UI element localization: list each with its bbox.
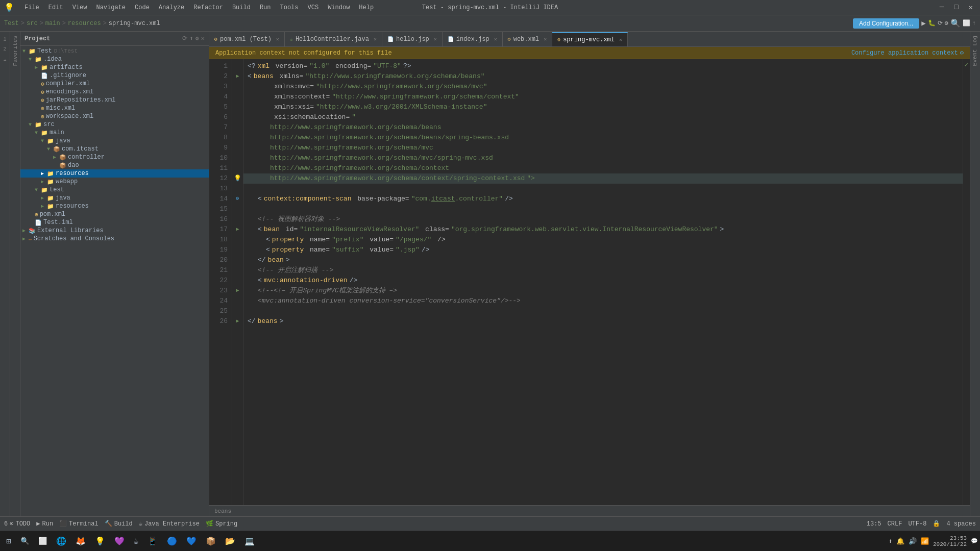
tree-arrow[interactable]: ▶ — [35, 64, 41, 70]
tree-item-webapp[interactable]: ▶ 📁 webapp — [20, 178, 209, 186]
close-button[interactable]: ✕ — [966, 2, 976, 13]
panel-hide-icon[interactable]: ✕ — [201, 35, 205, 42]
intellij-button[interactable]: 💡 — [91, 534, 109, 548]
search-button[interactable]: 🔍 — [16, 535, 33, 547]
debug-button[interactable]: 🐛 — [928, 19, 936, 27]
breadcrumb-main[interactable]: main — [45, 20, 60, 27]
tab-spring-close[interactable]: ✕ — [619, 37, 622, 43]
configure-context-button[interactable]: Configure application context ⚙ — [851, 49, 964, 57]
tab-web[interactable]: ⚙ web.xml ✕ — [503, 32, 552, 46]
tree-arrow[interactable]: ▶ — [53, 154, 59, 160]
tree-item-test-java[interactable]: ▶ 📁 java — [20, 194, 209, 202]
tree-item-src[interactable]: ▼ 📁 src — [20, 120, 209, 129]
spring-button[interactable]: 🌿 Spring — [206, 520, 237, 528]
tab-hello[interactable]: 📄 hello.jsp ✕ — [382, 32, 443, 46]
menu-tools[interactable]: Tools — [276, 3, 303, 12]
tree-item-test-resources[interactable]: ▶ 📁 resources — [20, 202, 209, 210]
tree-item-main[interactable]: ▼ 📁 main — [20, 129, 209, 137]
tree-item-jarrepos[interactable]: ⚙ jarRepositories.xml — [20, 96, 209, 104]
explorer-button[interactable]: 📂 — [221, 534, 239, 548]
menu-window[interactable]: Window — [324, 3, 354, 12]
tree-arrow[interactable]: ▼ — [29, 57, 35, 62]
tree-item-pom[interactable]: ⚙ pom.xml — [20, 210, 209, 218]
menu-edit[interactable]: Edit — [44, 3, 67, 12]
tab-index[interactable]: 📄 index.jsp ✕ — [443, 32, 503, 46]
tree-item-encodings[interactable]: ⚙ encodings.xml — [20, 88, 209, 96]
tree-arrow[interactable]: ▶ — [41, 170, 47, 177]
tree-item-extlibs[interactable]: ▶ 📚 External Libraries — [20, 227, 209, 235]
add-configuration-button[interactable]: Add Configuration... — [853, 18, 919, 29]
app10-button[interactable]: 📦 — [202, 534, 220, 548]
app11-button[interactable]: 💻 — [240, 534, 259, 548]
tree-item-artifacts[interactable]: ▶ 📁 artifacts — [20, 63, 209, 71]
run-button[interactable]: ▶ — [921, 19, 925, 28]
tab-hello-close[interactable]: ✕ — [434, 36, 437, 42]
panel-sync-icon[interactable]: ⟳ — [182, 35, 187, 42]
left-icon-3[interactable]: ☁ — [3, 54, 6, 64]
search-everywhere-icon[interactable]: 🔍 — [950, 18, 961, 29]
tree-arrow[interactable]: ▼ — [22, 48, 29, 54]
menu-view[interactable]: View — [68, 3, 91, 12]
edge-button[interactable]: 🌐 — [52, 534, 70, 548]
tree-arrow[interactable]: ▼ — [35, 187, 41, 193]
tree-arrow[interactable]: ▶ — [22, 228, 29, 234]
tree-item-idea[interactable]: ▼ 📁 .idea — [20, 55, 209, 63]
todo-button[interactable]: 6 ⊙ TODO — [4, 520, 30, 528]
settings-icon[interactable]: ⬜ — [963, 19, 970, 27]
tree-arrow[interactable]: ▼ — [41, 138, 47, 144]
tab-pom-close[interactable]: ✕ — [276, 36, 279, 42]
toolbar-btn[interactable]: ⟳ — [938, 19, 943, 27]
menu-vcs[interactable]: VCS — [304, 3, 323, 12]
notification-button[interactable]: 💬 — [971, 538, 978, 544]
menu-navigate[interactable]: Navigate — [92, 3, 130, 12]
tree-item-iml[interactable]: 📄 Test.iml — [20, 218, 209, 227]
firefox-button[interactable]: 🦊 — [71, 534, 90, 548]
tree-item-workspace[interactable]: ⚙ workspace.xml — [20, 112, 209, 120]
tree-item-java[interactable]: ▼ 📁 java — [20, 137, 209, 145]
tree-arrow[interactable]: ▶ — [41, 195, 47, 201]
terminal-button[interactable]: ⬛ Terminal — [59, 520, 99, 528]
panel-settings-icon[interactable]: ⚙ — [195, 35, 199, 42]
menu-analyze[interactable]: Analyze — [155, 3, 188, 12]
app6-button[interactable]: ☕ — [130, 534, 143, 548]
build-button[interactable]: 🔨 Build — [105, 520, 133, 528]
tab-spring[interactable]: ⚙ spring-mvc.xml ✕ — [552, 32, 628, 46]
tree-arrow[interactable]: ▼ — [29, 122, 35, 128]
configure-context-label[interactable]: Configure application context — [851, 49, 958, 57]
panel-collapse-icon[interactable]: ⬆ — [189, 35, 193, 42]
run-button[interactable]: ▶ Run — [36, 520, 53, 528]
minimize-button[interactable]: ─ — [937, 2, 947, 13]
tree-item-comitcast[interactable]: ▼ 📦 com.itcast — [20, 145, 209, 153]
left-icon-2[interactable]: 2 — [3, 44, 6, 54]
menu-code[interactable]: Code — [131, 3, 154, 12]
app8-button[interactable]: 🔵 — [163, 534, 181, 548]
app5-button[interactable]: 💜 — [110, 534, 129, 548]
breadcrumb-resources[interactable]: resources — [68, 20, 101, 27]
taskview-button[interactable]: ⬜ — [34, 535, 51, 547]
app7-button[interactable]: 📱 — [143, 534, 162, 548]
tab-index-close[interactable]: ✕ — [494, 36, 497, 42]
tree-item-controller[interactable]: ▶ 📦 controller — [20, 153, 209, 161]
tab-pom[interactable]: ⚙ pom.xml (Test) ✕ — [209, 32, 285, 46]
tree-item-scratches[interactable]: ▶ ✏ Scratches and Consoles — [20, 235, 209, 243]
breadcrumb-src[interactable]: src — [27, 20, 38, 27]
tree-arrow[interactable]: ▶ — [41, 203, 47, 209]
tab-hc[interactable]: ☕ HelloController.java ✕ — [285, 32, 382, 46]
menu-help[interactable]: Help — [355, 3, 378, 12]
tree-item-gitignore[interactable]: 📄 .gitignore — [20, 71, 209, 80]
start-button[interactable]: ⊞ — [2, 534, 15, 548]
java-enterprise-button[interactable]: ☕ Java Enterprise — [139, 520, 200, 528]
tree-arrow[interactable]: ▶ — [22, 236, 29, 242]
menu-run[interactable]: Run — [256, 3, 275, 12]
code-editor[interactable]: <?xml version="1.0" encoding="UTF-8"?> <… — [243, 59, 963, 505]
tree-item-dao[interactable]: 📦 dao — [20, 161, 209, 169]
menu-file[interactable]: File — [20, 3, 43, 12]
breadcrumb-test[interactable]: Test — [4, 20, 19, 27]
menu-build[interactable]: Build — [228, 3, 255, 12]
tree-item-resources[interactable]: ▶ 📁 resources — [20, 169, 209, 178]
menu-refactor[interactable]: Refactor — [189, 3, 227, 12]
app9-button[interactable]: 💙 — [182, 534, 201, 548]
right-panel-item[interactable]: Event Log — [970, 32, 980, 70]
tree-item-misc[interactable]: ⚙ misc.xml — [20, 104, 209, 112]
update-icon[interactable]: ↑ — [972, 20, 976, 27]
